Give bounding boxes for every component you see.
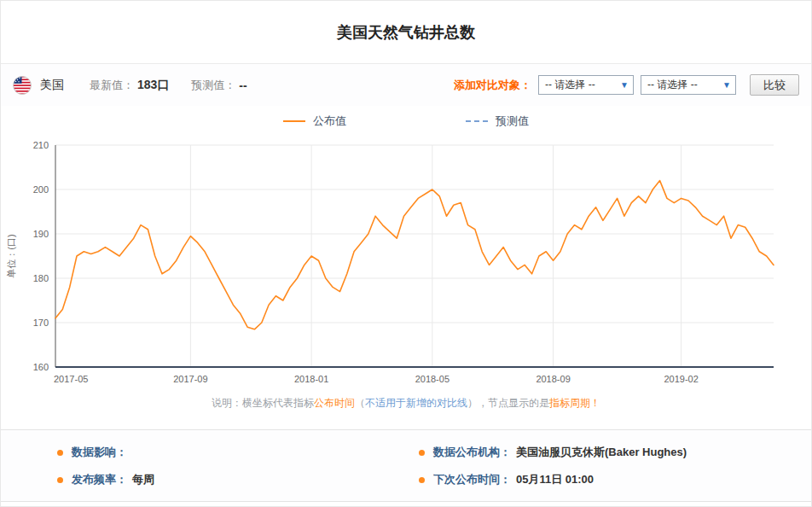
chart-note: 说明：横坐标代表指标公布时间（不适用于新增的对比线），节点显示的是指标周期！ [1, 396, 811, 411]
legend-item-published[interactable]: 公布值 [283, 114, 346, 129]
country-label: 美国 [40, 78, 64, 93]
meta-item-publisher: 数据公布机构： 美国油服贝克休斯(Baker Hughes) [419, 445, 687, 460]
legend-published-label: 公布值 [313, 114, 346, 129]
chart-legend: 公布值 预测值 [1, 106, 811, 137]
svg-text:170: 170 [33, 318, 49, 328]
frequency-value: 每周 [132, 472, 154, 487]
svg-text:2017-05: 2017-05 [54, 374, 88, 384]
legend-forecast-label: 预测值 [496, 114, 529, 129]
compare-select-1-value: -- 请选择 -- [545, 78, 595, 92]
svg-text:190: 190 [33, 229, 49, 239]
meta-item-frequency: 发布频率： 每周 [57, 472, 419, 487]
svg-text:200: 200 [33, 184, 49, 195]
bullet-icon [419, 450, 425, 456]
meta-item-data-impact: 数据影响： [57, 445, 419, 460]
svg-text:2019-02: 2019-02 [664, 374, 698, 384]
bullet-icon [57, 477, 63, 483]
note-paren-open: （ [355, 397, 365, 409]
latest-value: 183口 [137, 78, 169, 93]
publisher-value: 美国油服贝克休斯(Baker Hughes) [516, 445, 687, 460]
next-release-value: 05月11日 01:00 [516, 472, 594, 487]
meta-row-1: 数据影响： 数据公布机构： 美国油服贝克休斯(Baker Hughes) [1, 439, 811, 466]
compare-select-2-value: -- 请选择 -- [647, 78, 698, 92]
note-compare-line-exception: 不适用于新增的对比线 [365, 397, 467, 409]
svg-text:210: 210 [33, 140, 49, 150]
bullet-icon [419, 477, 425, 483]
compare-button[interactable]: 比较 [750, 74, 799, 96]
us-flag-icon [13, 76, 32, 95]
chevron-down-icon: ▼ [722, 80, 731, 90]
info-bar: 美国 最新值： 183口 预测值： -- 添加对比对象： -- 请选择 -- ▼… [1, 63, 811, 106]
svg-text:2018-09: 2018-09 [536, 374, 570, 384]
data-impact-label: 数据影响： [72, 445, 127, 460]
compare-select-1[interactable]: -- 请选择 -- ▼ [538, 75, 634, 95]
page-title: 美国天然气钻井总数 [337, 22, 475, 43]
svg-text:2018-01: 2018-01 [294, 374, 328, 384]
svg-text:2017-09: 2017-09 [173, 374, 207, 384]
svg-text:160: 160 [33, 362, 49, 372]
svg-text:180: 180 [33, 273, 49, 283]
note-text: 说明：横坐标代表指标 [212, 397, 314, 409]
meta-row-2: 发布频率： 每周 下次公布时间： 05月11日 01:00 [1, 466, 811, 493]
note-highlight-indicator-period: 指标周期！ [549, 397, 600, 409]
svg-text:单位：(口): 单位：(口) [6, 234, 16, 277]
legend-item-forecast[interactable]: 预测值 [466, 114, 529, 129]
next-release-label: 下次公布时间： [433, 472, 511, 487]
header: 美国天然气钻井总数 [1, 1, 811, 63]
forecast-value: -- [239, 79, 246, 92]
published-line-swatch-icon [283, 120, 305, 122]
note-highlight-publish-time: 公布时间 [314, 397, 355, 409]
note-paren-close: ） [467, 397, 478, 409]
chevron-down-icon: ▼ [620, 80, 629, 90]
page-container: 美国天然气钻井总数 美国 最新值： [0, 0, 812, 507]
compare-area: 添加对比对象： -- 请选择 -- ▼ -- 请选择 -- ▼ 比较 [454, 74, 799, 96]
bullet-icon [57, 450, 63, 456]
meta-item-next-release: 下次公布时间： 05月11日 01:00 [419, 472, 594, 487]
svg-text:2018-05: 2018-05 [415, 374, 450, 384]
add-compare-label: 添加对比对象： [454, 78, 531, 93]
meta-info-panel: 数据影响： 数据公布机构： 美国油服贝克休斯(Baker Hughes) 发布频… [1, 429, 811, 502]
line-chart-svg[interactable]: 1601701801902002102017-052017-092018-012… [1, 137, 811, 389]
compare-select-2[interactable]: -- 请选择 -- ▼ [641, 75, 736, 95]
note-middle-text: ，节点显示的是 [478, 397, 549, 409]
forecast-line-swatch-icon [466, 120, 488, 122]
publisher-label: 数据公布机构： [433, 445, 511, 460]
frequency-label: 发布频率： [72, 472, 127, 487]
forecast-value-label: 预测值： [191, 78, 235, 93]
latest-value-label: 最新值： [90, 78, 134, 93]
chart-area: 1601701801902002102017-052017-092018-012… [1, 137, 811, 389]
